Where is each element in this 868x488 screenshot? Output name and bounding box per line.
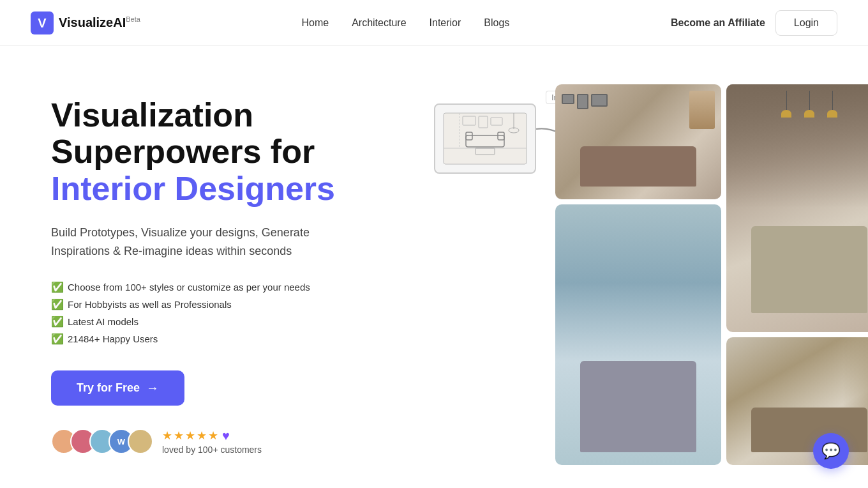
- stars-and-text: ★ ★ ★ ★ ★ ♥ loved by 100+ customers: [162, 429, 262, 455]
- sofa-2: [751, 226, 867, 313]
- sketch-svg: [440, 110, 530, 167]
- pendant-shade-2: [804, 110, 814, 118]
- room-photo-grid: [555, 84, 868, 465]
- check-icon-3: ✅: [51, 316, 64, 328]
- hero-title-colored: Interior Designers: [51, 170, 408, 208]
- navbar: V VisualizeAIBeta Home Architecture Inte…: [0, 0, 868, 46]
- wall-frames-1: [562, 94, 608, 109]
- room-photo-3: [555, 204, 721, 465]
- star-1: ★: [162, 429, 172, 443]
- star-5: ★: [208, 429, 218, 443]
- chat-bubble[interactable]: 💬: [813, 433, 849, 469]
- star-3: ★: [185, 429, 195, 443]
- pendant-shade-1: [781, 110, 791, 118]
- pendant-wire-3: [832, 91, 833, 110]
- room-photo-2: [726, 84, 868, 332]
- pendant-wire-2: [809, 91, 810, 110]
- checklist-item-3: ✅ Latest AI models: [51, 316, 408, 328]
- svg-text:V: V: [38, 16, 47, 30]
- hero-checklist: ✅ Choose from 100+ styles or customize a…: [51, 281, 408, 345]
- cta-label: Try for Free: [77, 381, 140, 395]
- star-2: ★: [174, 429, 184, 443]
- sofa-1: [580, 146, 696, 187]
- stars-row: ★ ★ ★ ★ ★ ♥: [162, 429, 262, 443]
- frame-sm: [562, 94, 574, 104]
- sofa-4: [751, 408, 867, 452]
- heart-icon: ♥: [222, 429, 230, 443]
- checklist-item-2: ✅ For Hobbyists as well as Professionals: [51, 298, 408, 310]
- hero-subtitle: Build Prototypes, Visualize your designs…: [51, 224, 408, 261]
- hero-section: Visualization Superpowers for Interior D…: [0, 46, 868, 480]
- chat-icon: 💬: [821, 442, 841, 460]
- nav-blogs[interactable]: Blogs: [484, 17, 509, 28]
- pendant-shade-3: [827, 110, 837, 118]
- logo-link[interactable]: V VisualizeAIBeta: [31, 11, 140, 34]
- nav-right: Become an Affiliate Login: [671, 10, 837, 36]
- nav-architecture[interactable]: Architecture: [352, 17, 406, 28]
- checklist-item-4: ✅ 21484+ Happy Users: [51, 333, 408, 345]
- pendant-3: [827, 91, 837, 118]
- nav-home[interactable]: Home: [301, 17, 329, 28]
- frame-md: [591, 94, 608, 107]
- cta-arrow: →: [146, 381, 159, 395]
- pendant-1: [781, 91, 791, 118]
- nav-interior[interactable]: Interior: [430, 17, 461, 28]
- star-rating: ★ ★ ★ ★ ★: [162, 429, 218, 443]
- loved-text: loved by 100+ customers: [162, 445, 262, 455]
- room-photo-1: [555, 84, 721, 199]
- nav-links: Home Architecture Interior Blogs: [301, 17, 509, 29]
- login-button[interactable]: Login: [775, 10, 837, 36]
- affiliate-link[interactable]: Become an Affiliate: [671, 17, 765, 29]
- star-4: ★: [197, 429, 207, 443]
- hero-title: Visualization Superpowers for Interior D…: [51, 97, 408, 208]
- avatar-5: [128, 429, 153, 454]
- avatar-group: W: [51, 429, 153, 454]
- brand-name: VisualizeAIBeta: [59, 15, 140, 30]
- frame-lg: [577, 94, 588, 109]
- cta-button[interactable]: Try for Free →: [51, 370, 184, 406]
- social-proof: W ★ ★ ★ ★ ★ ♥ loved by 100+ customers: [51, 429, 408, 455]
- sofa-3: [580, 361, 696, 452]
- pendant-wire-1: [786, 91, 787, 110]
- logo-icon: V: [31, 11, 54, 34]
- pendant-2: [804, 91, 814, 118]
- check-icon-4: ✅: [51, 333, 64, 345]
- sketch-input-box: [434, 103, 536, 174]
- hero-right: Input Images: [434, 84, 817, 455]
- hero-left: Visualization Superpowers for Interior D…: [51, 84, 408, 455]
- pendant-lights: [781, 91, 837, 118]
- check-icon-2: ✅: [51, 298, 64, 310]
- checklist-item-1: ✅ Choose from 100+ styles or customize a…: [51, 281, 408, 293]
- check-icon-1: ✅: [51, 281, 64, 293]
